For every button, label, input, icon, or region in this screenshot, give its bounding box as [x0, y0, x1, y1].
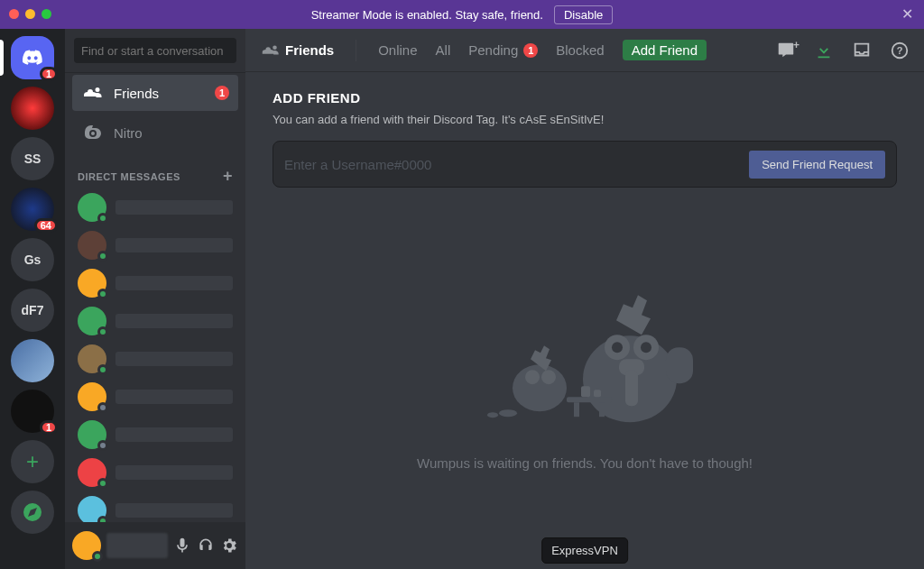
dm-avatar	[78, 193, 106, 222]
dm-avatar	[78, 420, 106, 449]
svg-point-11	[525, 370, 540, 384]
friends-topbar: Friends Online All Pending 1 Blocked Add…	[245, 29, 924, 72]
download-button[interactable]	[814, 41, 834, 60]
svg-rect-9	[625, 370, 638, 406]
friends-icon	[81, 82, 103, 104]
friends-badge: 1	[215, 86, 229, 100]
dm-name-redacted	[116, 390, 233, 404]
friends-nav[interactable]: Friends 1	[72, 75, 238, 111]
server-badge: 64	[34, 218, 58, 233]
window-traffic-lights[interactable]	[9, 9, 51, 19]
svg-point-6	[612, 342, 623, 353]
close-window[interactable]	[9, 9, 19, 19]
tab-pending-label: Pending	[468, 42, 518, 58]
dm-avatar	[78, 344, 106, 373]
tab-blocked[interactable]: Blocked	[556, 42, 604, 58]
server-item[interactable]	[11, 87, 54, 130]
svg-point-19	[487, 412, 498, 418]
explore-servers-button[interactable]	[11, 491, 54, 534]
dm-item[interactable]	[72, 454, 238, 491]
server-item[interactable]: 64	[11, 188, 54, 231]
dm-name-redacted	[116, 200, 233, 215]
inbox-button[interactable]	[852, 41, 872, 60]
nitro-nav[interactable]: Nitro	[72, 115, 238, 151]
dm-item[interactable]	[72, 189, 238, 225]
status-indicator	[97, 402, 108, 413]
minimize-window[interactable]	[25, 9, 35, 19]
dm-list	[65, 189, 245, 522]
add-friend-input[interactable]	[284, 157, 749, 172]
dm-item[interactable]	[72, 417, 238, 453]
create-dm-button[interactable]: +	[223, 167, 233, 186]
server-item[interactable]: SS	[11, 137, 54, 180]
user-panel	[65, 522, 245, 569]
pending-badge: 1	[523, 43, 538, 58]
user-settings-button[interactable]	[220, 537, 238, 555]
dm-name-redacted	[116, 314, 233, 328]
tab-add-friend[interactable]: Add Friend	[623, 40, 707, 60]
server-item[interactable]: dF7	[11, 289, 54, 332]
dm-avatar	[78, 496, 106, 522]
svg-rect-13	[567, 397, 612, 402]
self-avatar[interactable]	[72, 531, 101, 560]
dm-name-redacted	[116, 238, 233, 252]
status-indicator	[97, 213, 108, 224]
add-friend-subtitle: You can add a friend with their Discord …	[273, 113, 897, 126]
dm-item[interactable]	[72, 227, 238, 263]
tab-pending[interactable]: Pending 1	[468, 42, 538, 58]
help-button[interactable]: ?	[890, 41, 910, 60]
empty-state: Wumpus is waiting on friends. You don't …	[245, 262, 924, 471]
svg-point-10	[513, 364, 567, 411]
dm-avatar	[78, 269, 106, 298]
dm-item[interactable]	[72, 265, 238, 301]
status-indicator	[97, 251, 108, 262]
streamer-mode-text: Streamer Mode is enabled. Stay safe, fri…	[311, 8, 543, 22]
status-indicator	[97, 326, 108, 337]
quick-switcher-input[interactable]	[74, 38, 236, 63]
svg-rect-16	[581, 386, 590, 397]
tab-all[interactable]: All	[436, 42, 451, 58]
dm-name-redacted	[116, 503, 233, 518]
dm-avatar	[78, 382, 106, 411]
status-indicator	[97, 440, 108, 451]
server-item[interactable]: Gs	[11, 238, 54, 281]
svg-point-18	[499, 409, 517, 417]
maximize-window[interactable]	[42, 9, 51, 19]
mute-mic-button[interactable]	[173, 537, 191, 555]
server-badge: 1	[40, 420, 58, 435]
streamer-mode-banner: Streamer Mode is enabled. Stay safe, fri…	[0, 0, 924, 29]
svg-rect-14	[574, 402, 579, 417]
dm-header-label: DIRECT MESSAGES	[78, 171, 180, 182]
dm-item[interactable]	[72, 341, 238, 377]
dm-avatar	[78, 458, 106, 487]
status-indicator	[97, 364, 108, 375]
home-button[interactable]: 1	[11, 36, 54, 79]
dm-item[interactable]	[72, 303, 238, 339]
svg-rect-15	[599, 402, 605, 417]
close-banner-icon[interactable]: ✕	[901, 5, 913, 23]
server-item[interactable]: 1	[11, 390, 54, 433]
add-server-button[interactable]: +	[11, 440, 54, 483]
server-item[interactable]	[11, 339, 54, 382]
tab-online[interactable]: Online	[378, 42, 417, 58]
friends-nav-label: Friends	[114, 86, 159, 101]
empty-state-text: Wumpus is waiting on friends. You don't …	[245, 455, 924, 471]
new-group-dm-button[interactable]: +	[776, 41, 796, 60]
home-badge: 1	[40, 67, 58, 81]
wumpus-illustration	[440, 262, 729, 433]
dm-item[interactable]	[72, 492, 238, 522]
svg-rect-17	[594, 390, 601, 397]
status-indicator	[97, 516, 108, 522]
dm-name-redacted	[116, 276, 233, 290]
send-friend-request-button[interactable]: Send Friend Request	[749, 151, 885, 179]
deafen-button[interactable]	[197, 537, 215, 555]
add-friend-input-row: Send Friend Request	[273, 141, 897, 188]
dm-item[interactable]	[72, 379, 238, 415]
svg-point-12	[541, 370, 556, 384]
dm-avatar	[78, 307, 106, 335]
compass-icon	[22, 501, 43, 523]
disable-streamer-button[interactable]: Disable	[554, 5, 613, 24]
nitro-icon	[81, 122, 103, 143]
status-indicator	[97, 478, 108, 489]
dm-sidebar: Friends 1 Nitro DIRECT MESSAGES +	[65, 29, 245, 569]
